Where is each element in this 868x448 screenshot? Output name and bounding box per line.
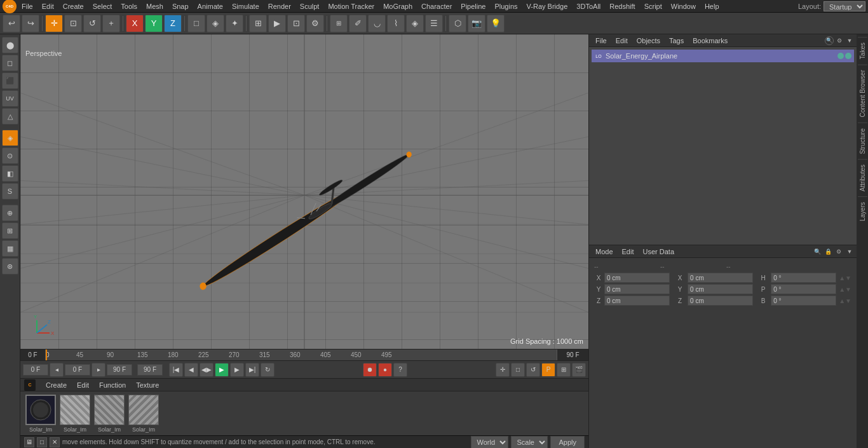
list-item[interactable]: Solar_Im bbox=[25, 395, 56, 433]
rotate-playback-button[interactable]: ↺ bbox=[526, 363, 540, 377]
p-playback-button[interactable]: P bbox=[541, 363, 555, 377]
table-row[interactable]: LO Solar_Energy_Airplane bbox=[592, 50, 854, 62]
undo-button[interactable]: ↩ bbox=[3, 15, 20, 32]
camera-icon-button[interactable]: 📷 bbox=[468, 15, 485, 32]
render-view-button[interactable]: ▶ bbox=[268, 15, 286, 32]
play-button[interactable]: ▶ bbox=[215, 363, 229, 377]
coord-b-arrow[interactable]: ▲▼ bbox=[839, 297, 851, 304]
objects-menu-tags[interactable]: Tags bbox=[665, 36, 688, 46]
menu-edit[interactable]: Edit bbox=[38, 1, 58, 11]
goto-end-button[interactable]: ▶| bbox=[245, 363, 259, 377]
menu-mesh[interactable]: Mesh bbox=[142, 1, 167, 11]
snap-mode-button[interactable]: ⊕ bbox=[2, 205, 18, 221]
film-playback-button[interactable]: 🎬 bbox=[572, 363, 586, 377]
redo-button[interactable]: ↪ bbox=[22, 15, 39, 32]
move-playback-button[interactable]: ✛ bbox=[496, 363, 510, 377]
axis-button[interactable]: ⊛ bbox=[2, 258, 18, 275]
next-frame-button[interactable]: ▶ bbox=[230, 363, 244, 377]
coord-x-pos-field[interactable]: 0 cm bbox=[604, 273, 670, 283]
menu-window[interactable]: Window bbox=[667, 1, 700, 11]
tab-attributes[interactable]: Attributes bbox=[858, 159, 867, 196]
current-frame-field[interactable]: 0 F bbox=[65, 364, 90, 376]
menu-3dtoall[interactable]: 3DToAll bbox=[573, 1, 604, 11]
viewport[interactable]: View Cameras Display Options Filter Pane… bbox=[20, 34, 588, 349]
menu-vray[interactable]: V-Ray Bridge bbox=[523, 1, 572, 11]
light-tool-button[interactable]: ✦ bbox=[226, 15, 243, 32]
objects-settings-icon[interactable]: ⚙ bbox=[835, 36, 844, 45]
cube-tool-button[interactable]: □ bbox=[187, 15, 205, 32]
objects-menu-bookmarks[interactable]: Bookmarks bbox=[689, 36, 731, 46]
uvw-mode-button[interactable]: UV bbox=[2, 90, 18, 107]
coord-x-size-field[interactable]: 0 cm bbox=[688, 273, 753, 283]
menu-simulate[interactable]: Simulate bbox=[228, 1, 263, 11]
menu-help[interactable]: Help bbox=[701, 1, 723, 11]
tab-structure[interactable]: Structure bbox=[858, 123, 867, 160]
sculpt-mode-button[interactable]: △ bbox=[2, 108, 18, 125]
menu-character[interactable]: Character bbox=[417, 1, 456, 11]
transform-button[interactable]: + bbox=[102, 15, 120, 32]
box-playback-button[interactable]: □ bbox=[511, 363, 525, 377]
record-button[interactable]: ⏺ bbox=[363, 363, 377, 377]
list-item[interactable]: Solar_Im bbox=[60, 395, 90, 433]
grid-button[interactable]: ⊞ bbox=[330, 15, 348, 32]
field-button[interactable]: ◈ bbox=[406, 15, 424, 32]
end-frame-field[interactable]: 90 F bbox=[107, 364, 132, 376]
spline-button[interactable]: ◡ bbox=[368, 15, 386, 32]
render-region-button[interactable]: ⊞ bbox=[249, 15, 267, 32]
layout-dropdown[interactable]: Startup bbox=[824, 1, 865, 11]
menu-pipeline[interactable]: Pipeline bbox=[457, 1, 489, 11]
menu-mograph[interactable]: MoGraph bbox=[379, 1, 416, 11]
keyframe-button[interactable]: ? bbox=[393, 363, 407, 377]
status-icon-2[interactable]: □ bbox=[37, 437, 47, 447]
points-mode-button[interactable]: ⬤ bbox=[2, 37, 18, 53]
coord-y-size-field[interactable]: 0 cm bbox=[688, 284, 753, 294]
texture-mode-button[interactable]: ◧ bbox=[2, 165, 18, 182]
hair-button[interactable]: ☰ bbox=[425, 15, 443, 32]
objects-minimize-icon[interactable]: ▼ bbox=[845, 36, 854, 45]
attr-menu-userdata[interactable]: User Data bbox=[639, 247, 679, 257]
material-menu-function[interactable]: Function bbox=[97, 381, 128, 390]
next-spinbox-button[interactable]: ▸ bbox=[92, 363, 105, 377]
start-frame-field[interactable]: 0 F bbox=[23, 364, 48, 376]
render-settings-button[interactable]: ⚙ bbox=[306, 15, 324, 32]
play-reverse-button[interactable]: ◀▶ bbox=[200, 363, 214, 377]
menu-animate[interactable]: Animate bbox=[194, 1, 227, 11]
rotate-tool-button[interactable]: ↺ bbox=[83, 15, 101, 32]
coord-p-rot-field[interactable]: 0 ° bbox=[771, 284, 836, 294]
menu-file[interactable]: File bbox=[18, 1, 37, 11]
object-dot-2[interactable] bbox=[845, 53, 851, 59]
menu-snap[interactable]: Snap bbox=[168, 1, 193, 11]
timeline-frame-current[interactable]: 0 F bbox=[20, 350, 46, 360]
move-tool-button[interactable]: ✛ bbox=[45, 15, 63, 32]
grid-playback-button[interactable]: ⊞ bbox=[557, 363, 571, 377]
objects-search-icon[interactable]: 🔍 bbox=[825, 36, 834, 45]
list-item[interactable]: Solar_Im bbox=[94, 395, 125, 433]
coord-p-arrow[interactable]: ▲▼ bbox=[839, 286, 851, 293]
floor-button[interactable]: ▦ bbox=[2, 240, 18, 257]
tab-layers[interactable]: Layers bbox=[858, 196, 867, 226]
tab-takes[interactable]: Takes bbox=[858, 37, 867, 64]
menu-motion-tracker[interactable]: Motion Tracker bbox=[324, 1, 378, 11]
timeline-track[interactable]: 0 45 90 135 180 225 270 315 360 405 450 … bbox=[46, 350, 557, 360]
status-icon-3[interactable]: ✕ bbox=[50, 437, 60, 447]
coord-z-pos-field[interactable]: 0 cm bbox=[604, 295, 670, 306]
camera-tool-button[interactable]: ◈ bbox=[207, 15, 224, 32]
status-icon-1[interactable]: 🖥 bbox=[24, 437, 34, 447]
objects-menu-file[interactable]: File bbox=[592, 36, 611, 46]
bulb-button[interactable]: 💡 bbox=[487, 15, 505, 32]
material-menu-edit[interactable]: Edit bbox=[74, 381, 92, 390]
prev-frame-button[interactable]: ◀ bbox=[184, 363, 198, 377]
list-item[interactable]: Solar_Im bbox=[128, 395, 159, 433]
coord-y-pos-field[interactable]: 0 cm bbox=[604, 284, 670, 294]
end-frame-field-2[interactable]: 90 F bbox=[137, 364, 163, 376]
material-menu-create[interactable]: Create bbox=[43, 381, 69, 390]
y-axis-button[interactable]: Y bbox=[145, 15, 163, 32]
coord-z-size-field[interactable]: 0 cm bbox=[688, 295, 753, 306]
x-axis-button[interactable]: X bbox=[126, 15, 144, 32]
attr-settings-icon[interactable]: ⚙ bbox=[834, 247, 843, 256]
edges-mode-button[interactable]: ◻ bbox=[2, 55, 18, 71]
coord-b-rot-field[interactable]: 0 ° bbox=[771, 295, 836, 306]
weight-mode-button[interactable]: S bbox=[2, 183, 18, 200]
menu-sculpt[interactable]: Sculpt bbox=[296, 1, 323, 11]
coord-h-rot-field[interactable]: 0 ° bbox=[771, 273, 836, 283]
